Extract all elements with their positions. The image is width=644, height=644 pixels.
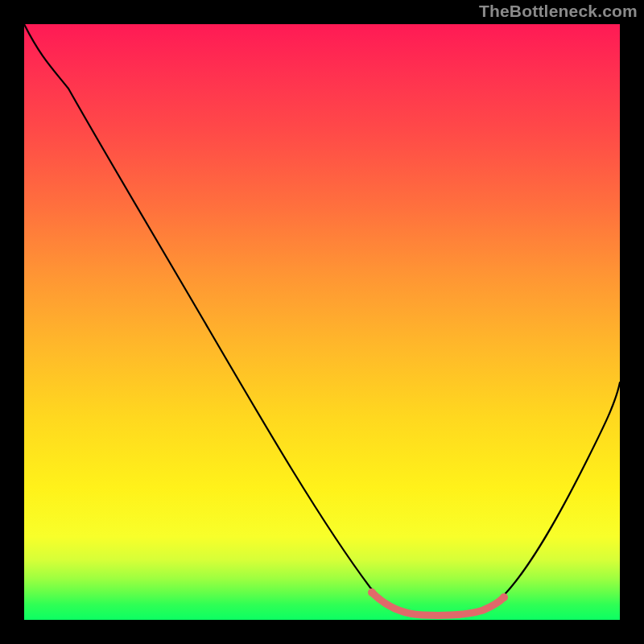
valley-marker-start-dot [368,588,376,597]
plot-area [24,24,620,620]
valley-marker-end-dot [500,593,508,601]
valley-marker-line [372,592,504,615]
curve-overlay [24,24,620,620]
watermark-text: TheBottleneck.com [479,2,638,21]
chart-stage: TheBottleneck.com [0,0,644,644]
valley-marker-mid-dot [456,612,462,618]
bottleneck-curve-line [24,24,620,616]
